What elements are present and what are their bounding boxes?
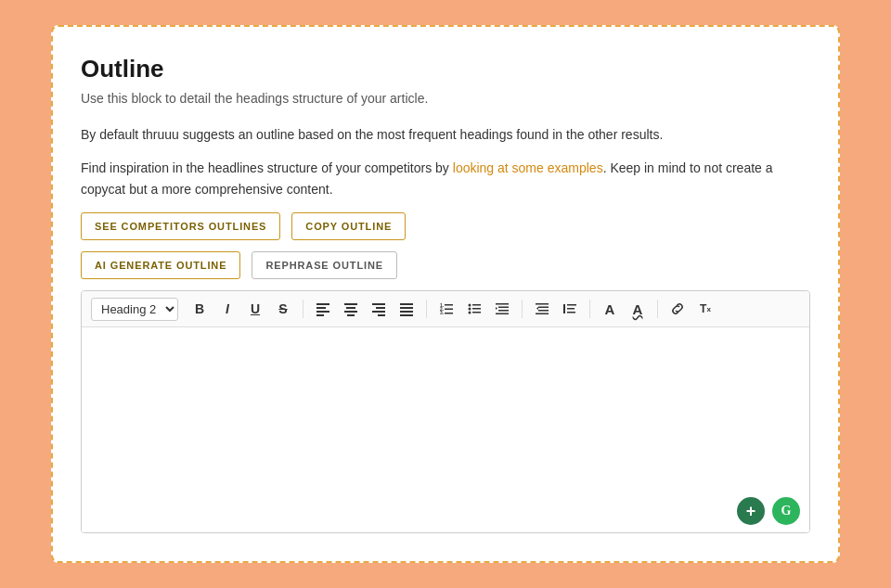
copy-outline-button[interactable]: COPY OUTLINE (291, 212, 406, 240)
examples-link[interactable]: looking at some examples (453, 160, 603, 175)
divider-5 (657, 300, 658, 318)
font-highlight-button[interactable]: A (626, 297, 650, 321)
svg-rect-36 (536, 313, 549, 315)
svg-rect-1 (316, 307, 326, 309)
main-card: Outline Use this block to detail the hea… (51, 25, 840, 563)
svg-rect-30 (498, 310, 509, 312)
bold-button[interactable]: B (187, 297, 212, 321)
blockquote-button[interactable] (558, 297, 582, 321)
svg-rect-2 (316, 311, 329, 313)
svg-rect-4 (344, 303, 357, 305)
divider-3 (522, 300, 523, 318)
svg-rect-14 (400, 311, 413, 313)
svg-point-22 (469, 304, 471, 307)
svg-rect-27 (472, 312, 481, 313)
ai-generate-button[interactable]: AI GENERATE OUTLINE (81, 251, 240, 279)
description-2-before: Find inspiration in the headlines struct… (81, 160, 453, 175)
block-subtitle: Use this block to detail the headings st… (81, 91, 810, 106)
svg-rect-9 (376, 307, 385, 309)
indent-more-button[interactable] (490, 297, 514, 321)
button-row-1: SEE COMPETITORS OUTLINES COPY OUTLINE (81, 212, 810, 240)
svg-rect-5 (346, 307, 355, 309)
svg-rect-15 (400, 314, 413, 316)
svg-rect-10 (372, 311, 385, 313)
ordered-list-button[interactable]: 1.2.3. (434, 297, 458, 321)
svg-rect-11 (378, 314, 385, 316)
heading-select[interactable]: Heading 2 Heading 1 Heading 3 Heading 4 … (91, 298, 178, 321)
svg-rect-12 (400, 303, 413, 305)
svg-marker-37 (536, 307, 538, 310)
align-justify-button[interactable] (394, 297, 419, 321)
svg-rect-33 (536, 303, 549, 305)
align-left-button[interactable] (311, 297, 335, 321)
divider-2 (426, 300, 427, 318)
svg-rect-19 (445, 309, 453, 311)
svg-rect-31 (496, 313, 509, 315)
strikethrough-button[interactable]: S (271, 297, 295, 321)
svg-rect-21 (445, 313, 453, 314)
font-color-button[interactable]: A (598, 297, 622, 321)
see-competitors-button[interactable]: SEE COMPETITORS OUTLINES (81, 212, 280, 240)
svg-rect-39 (567, 304, 576, 306)
unordered-list-button[interactable] (462, 297, 486, 321)
svg-rect-35 (538, 310, 549, 312)
svg-rect-8 (372, 303, 385, 305)
svg-rect-23 (472, 304, 481, 306)
align-center-button[interactable] (339, 297, 363, 321)
svg-rect-0 (316, 303, 329, 305)
svg-rect-6 (344, 311, 357, 313)
button-row-2: AI GENERATE OUTLINE REPHRASE OUTLINE (81, 251, 810, 279)
editor-content[interactable] (82, 327, 809, 490)
svg-rect-34 (538, 307, 549, 309)
editor-footer: + G (82, 490, 809, 532)
link-button[interactable] (665, 297, 690, 321)
svg-rect-40 (567, 308, 575, 310)
underline-button[interactable]: U (243, 297, 267, 321)
svg-text:3.: 3. (440, 310, 445, 315)
block-title: Outline (81, 55, 810, 83)
divider-4 (589, 300, 590, 318)
svg-marker-32 (496, 307, 497, 310)
align-right-button[interactable] (367, 297, 391, 321)
svg-rect-13 (400, 307, 413, 309)
svg-rect-29 (498, 307, 509, 309)
add-icon-button[interactable]: + (737, 497, 765, 525)
rephrase-button[interactable]: REPHRASE OUTLINE (252, 251, 397, 279)
svg-rect-38 (563, 304, 565, 313)
svg-rect-28 (496, 303, 509, 305)
svg-rect-25 (472, 308, 481, 310)
description-1: By default thruuu suggests an outline ba… (81, 124, 810, 145)
description-2: Find inspiration in the headlines struct… (81, 158, 810, 199)
editor-toolbar: Heading 2 Heading 1 Heading 3 Heading 4 … (82, 291, 809, 327)
divider-1 (303, 300, 303, 318)
clear-format-button[interactable]: Tx (693, 297, 717, 321)
svg-rect-3 (316, 314, 324, 316)
grammarly-icon-button[interactable]: G (772, 497, 800, 525)
editor-wrapper: Heading 2 Heading 1 Heading 3 Heading 4 … (81, 290, 810, 533)
svg-rect-17 (445, 304, 453, 306)
svg-rect-7 (347, 314, 355, 316)
italic-button[interactable]: I (215, 297, 239, 321)
svg-rect-41 (567, 312, 575, 313)
svg-point-24 (469, 308, 471, 311)
outdent-button[interactable] (530, 297, 554, 321)
svg-point-26 (469, 312, 471, 314)
